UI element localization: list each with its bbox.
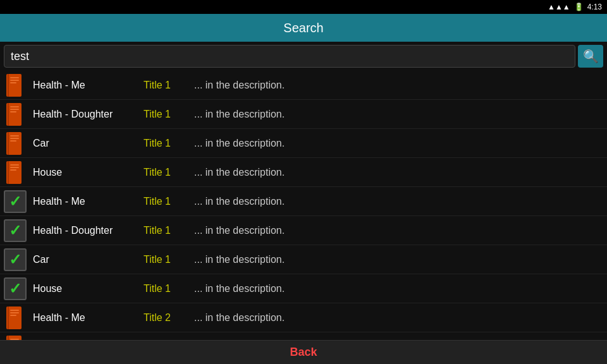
item-title: Title 1 [144, 196, 194, 207]
search-icon: 🔍 [583, 49, 599, 64]
item-desc: ... in the description. [194, 196, 285, 207]
svg-rect-16 [8, 161, 9, 184]
check-mark: ✓ [9, 281, 21, 296]
page-title: Search [283, 21, 323, 35]
svg-rect-11 [8, 132, 9, 155]
svg-rect-19 [10, 169, 16, 171]
list-item[interactable]: Health - Doughter Title 2 ... in the des… [0, 332, 607, 340]
item-title: Title 1 [144, 225, 194, 236]
item-category: Health - Me [33, 80, 144, 91]
svg-rect-12 [10, 135, 19, 136]
item-desc: ... in the description. [194, 138, 285, 149]
item-category: Health - Doughter [33, 109, 144, 120]
check-icon: ✓ [4, 190, 27, 213]
list-item[interactable]: ✓ Car Title 1 ... in the description. [0, 245, 607, 274]
search-input[interactable] [4, 45, 575, 68]
list-item[interactable]: House Title 1 ... in the description. [0, 158, 607, 187]
check-mark: ✓ [9, 223, 21, 238]
list-item[interactable]: Health - Doughter Title 1 ... in the des… [0, 100, 607, 129]
list-container[interactable]: Health - Me Title 1 ... in the descripti… [0, 71, 607, 340]
item-category: Health - Doughter [33, 225, 144, 236]
list-item[interactable]: ✓ House Title 1 ... in the description. [0, 274, 607, 303]
book-icon [4, 102, 24, 126]
item-desc: ... in the description. [194, 312, 285, 324]
book-icon [4, 161, 24, 185]
book-icon [4, 131, 24, 155]
signal-icon: ▲▲▲ [548, 3, 570, 11]
svg-rect-18 [10, 167, 19, 168]
svg-rect-9 [10, 111, 16, 112]
item-category: Car [33, 138, 144, 149]
battery-icon: 🔋 [574, 3, 584, 11]
svg-rect-2 [10, 77, 19, 78]
svg-rect-22 [10, 310, 19, 311]
check-mark: ✓ [9, 252, 21, 267]
book-icon [4, 335, 24, 341]
item-category: House [33, 283, 144, 294]
item-category: Car [33, 254, 144, 265]
item-category: House [33, 167, 144, 178]
svg-rect-24 [10, 315, 16, 316]
footer: Back [0, 340, 607, 364]
item-desc: ... in the description. [194, 167, 285, 178]
list-item[interactable]: ✓ Health - Doughter Title 1 ... in the d… [0, 216, 607, 245]
list-item[interactable]: ✓ Health - Me Title 1 ... in the descrip… [0, 187, 607, 216]
item-title: Title 1 [144, 254, 194, 265]
header: Search [0, 14, 607, 42]
list-item[interactable]: Health - Me Title 2 ... in the descripti… [0, 303, 607, 332]
item-title: Title 1 [144, 80, 194, 91]
svg-rect-14 [10, 140, 16, 142]
item-desc: ... in the description. [194, 283, 285, 294]
item-title: Title 1 [144, 167, 194, 178]
check-icon: ✓ [4, 248, 27, 271]
svg-rect-6 [8, 103, 9, 126]
svg-rect-7 [10, 106, 19, 107]
item-title: Title 1 [144, 138, 194, 149]
svg-rect-1 [8, 74, 9, 97]
back-button[interactable]: Back [290, 346, 317, 359]
svg-rect-26 [8, 336, 9, 341]
list-item[interactable]: Health - Me Title 1 ... in the descripti… [0, 71, 607, 100]
item-desc: ... in the description. [194, 225, 285, 236]
svg-rect-13 [10, 138, 19, 139]
list-item[interactable]: Car Title 1 ... in the description. [0, 129, 607, 158]
item-desc: ... in the description. [194, 80, 285, 91]
svg-rect-23 [10, 312, 19, 313]
search-bar: 🔍 [0, 42, 607, 71]
search-button[interactable]: 🔍 [578, 45, 603, 68]
check-mark: ✓ [9, 194, 21, 209]
item-title: Title 1 [144, 283, 194, 294]
svg-rect-4 [10, 82, 16, 83]
svg-rect-21 [8, 306, 9, 329]
book-icon [4, 73, 24, 97]
check-icon: ✓ [4, 277, 27, 300]
svg-rect-8 [10, 109, 19, 110]
time-display: 4:13 [587, 3, 602, 11]
item-title: Title 1 [144, 109, 194, 120]
item-title: Title 2 [144, 312, 194, 324]
item-category: Health - Me [33, 196, 144, 207]
item-category: Health - Me [33, 312, 144, 324]
status-bar: ▲▲▲ 🔋 4:13 [0, 0, 607, 14]
item-desc: ... in the description. [194, 254, 285, 265]
svg-rect-17 [10, 164, 19, 166]
item-desc: ... in the description. [194, 109, 285, 120]
book-icon [4, 306, 24, 330]
check-icon: ✓ [4, 219, 27, 242]
svg-rect-3 [10, 80, 19, 81]
